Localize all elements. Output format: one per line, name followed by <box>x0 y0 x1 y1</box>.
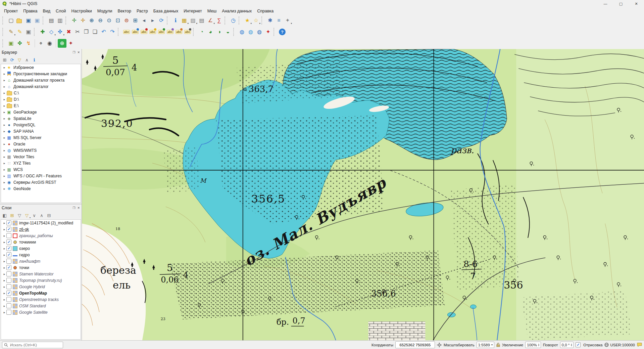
label-move-rotate-button[interactable]: abc <box>166 28 175 36</box>
metasearch-button[interactable]: ◍ <box>238 28 246 36</box>
browser-item-drive-c[interactable]: ▸C:\ <box>1 90 81 96</box>
toolbar-handle[interactable] <box>65 16 69 25</box>
filter-legend-button[interactable]: ▽ <box>16 212 23 219</box>
help-button[interactable]: ? <box>279 29 286 35</box>
toolbar-handle[interactable] <box>239 16 242 25</box>
refresh-map-button[interactable]: ⟳ <box>157 16 166 25</box>
browser-item-drive-d[interactable]: ▸D:\ <box>1 96 81 102</box>
expand-arrow-icon[interactable]: ▸ <box>2 241 6 244</box>
diagram-options-button[interactable]: ◔ <box>197 28 206 36</box>
browser-item-wms[interactable]: ▸◍WMS/WMTS <box>1 147 81 154</box>
search-input[interactable] <box>9 343 61 347</box>
zoom-in-button[interactable]: ⊕ <box>87 16 96 25</box>
toolbar-handle[interactable] <box>167 16 170 25</box>
panel-close-button[interactable]: ✕ <box>77 51 80 54</box>
expand-arrow-icon[interactable]: ▸ <box>2 285 6 289</box>
expand-arrow-icon[interactable]: ▸ <box>2 272 6 276</box>
browser-add-layer-button[interactable]: ⊞ <box>1 56 8 63</box>
expand-arrow-icon[interactable]: ▸ <box>2 123 6 127</box>
layer-ozero[interactable]: ▸✓озеро <box>1 245 81 252</box>
panel-float-button[interactable]: ❐ <box>72 206 75 210</box>
browser-item-spatialite[interactable]: ▸◈SpatiaLite <box>1 115 81 122</box>
expand-arrow-icon[interactable]: ▸ <box>2 117 6 120</box>
menu-item-10[interactable]: Меш <box>205 8 219 14</box>
toolbar-handle[interactable] <box>2 28 6 36</box>
filter-by-expression-button[interactable]: ▽▾ <box>23 212 30 219</box>
pan-map-button[interactable]: ✛ <box>70 16 79 25</box>
layer-labeling-button[interactable]: abc <box>122 28 131 36</box>
add-group-button[interactable]: ⊞ <box>9 212 15 219</box>
expand-arrow-icon[interactable]: ▸ <box>2 130 6 133</box>
poi-exporter-button[interactable]: ✦ <box>66 39 75 48</box>
menu-item-8[interactable]: База данных <box>151 8 181 14</box>
toolbar-handle[interactable] <box>34 28 37 36</box>
expand-arrow-icon[interactable]: ▸ <box>2 279 6 282</box>
expand-arrow-icon[interactable]: ▸ <box>2 292 6 295</box>
zoom-full-button[interactable]: ⊡ <box>113 16 122 25</box>
expand-arrow-icon[interactable]: ▸ <box>2 98 6 101</box>
redo-button[interactable]: ↷ <box>108 28 117 36</box>
rotation-spinbox[interactable]: 0,0 ° ▴▾ <box>560 342 574 348</box>
new-print-layout-button[interactable]: ▤ <box>47 16 56 25</box>
layer-stamen-watercolor[interactable]: ▸Stamen Watercolor <box>1 271 81 277</box>
browser-item-postgresql[interactable]: ▸●PostgreSQL <box>1 122 81 128</box>
expand-arrow-icon[interactable]: ▸ <box>2 174 6 178</box>
layer-checkbox[interactable] <box>6 297 11 302</box>
toolbar-handle[interactable] <box>2 39 6 47</box>
expand-arrow-icon[interactable]: ▸ <box>2 79 6 82</box>
label-pin-unpin-button[interactable]: abc <box>148 28 157 36</box>
spinner-icons[interactable]: ▴▾ <box>538 343 539 347</box>
layer-checkbox[interactable] <box>6 259 11 264</box>
browser-item-geonode[interactable]: ▸❋GeoNode <box>1 185 81 192</box>
new-project-button[interactable]: ▢ <box>7 16 15 25</box>
browser-collapse-all-button[interactable]: ∧ <box>23 56 30 63</box>
layer-checkbox[interactable] <box>6 233 11 238</box>
browser-refresh-button[interactable]: ⟳ <box>9 56 15 63</box>
identify-features-button[interactable]: ℹ <box>171 16 180 25</box>
expand-arrow-icon[interactable]: ▸ <box>2 181 6 184</box>
panel-close-button[interactable]: ✕ <box>77 206 80 210</box>
layer-topomap[interactable]: ▸Topomap (marshruty.ru) <box>1 277 81 283</box>
vertex-tool-button[interactable]: ◇▾ <box>47 28 56 36</box>
messages-icon[interactable] <box>637 343 642 347</box>
expand-arrow-icon[interactable]: ▸ <box>2 228 6 231</box>
zoom-to-layer-button[interactable]: ⊞ <box>131 16 140 25</box>
expand-arrow-icon[interactable]: ▸ <box>2 136 6 139</box>
expand-arrow-icon[interactable]: ▸ <box>2 187 6 190</box>
browser-item-wfs[interactable]: ▸▥WFS / OGC API - Features <box>1 173 81 179</box>
menu-item-1[interactable]: Правка <box>20 8 40 14</box>
label-show-hide-button[interactable]: abc <box>157 28 166 36</box>
browser-item-home[interactable]: ▸⌂Домашний каталог <box>1 83 81 90</box>
toolbar-handle[interactable] <box>274 28 277 36</box>
toolbar-handle[interactable] <box>261 16 265 25</box>
plugin-dark-tool-button[interactable]: ◉ <box>45 39 54 48</box>
browser-properties-button[interactable]: ℹ <box>31 56 38 63</box>
expand-arrow-icon[interactable]: ▸ <box>2 85 6 88</box>
pan-to-selection-button[interactable]: ✛ <box>79 16 87 25</box>
menu-item-12[interactable]: Справка <box>254 8 276 14</box>
toolbar-handle[interactable] <box>43 16 46 25</box>
layer-checkbox[interactable] <box>6 284 11 289</box>
menu-item-2[interactable]: Вид <box>40 8 53 14</box>
extents-toggle-icon[interactable] <box>437 343 442 347</box>
plugin-leaves-button[interactable]: ✤ <box>15 39 24 48</box>
zoom-to-selection-button[interactable]: ⊚ <box>122 16 131 25</box>
toolbar-handle[interactable] <box>233 28 237 36</box>
zoom-native-button[interactable]: ⊙ <box>105 16 113 25</box>
remove-layer-button[interactable]: ⊟ <box>46 212 52 219</box>
expand-arrow-icon[interactable]: ▸ <box>2 298 6 301</box>
label-rotate-button[interactable]: abc <box>175 28 183 36</box>
close-button[interactable]: ✕ <box>629 0 644 7</box>
panel-float-button[interactable]: ❐ <box>72 51 75 54</box>
plugin-package-button[interactable]: ▣ <box>7 39 15 48</box>
measure-button[interactable]: ∠▾ <box>206 16 215 25</box>
layer-tochkiiii[interactable]: ▸✓точкииии <box>1 239 81 245</box>
plugin-binoculars-button[interactable]: ⌖ <box>37 39 45 48</box>
browser-item-mssql[interactable]: ▸▦MS SQL Server <box>1 134 81 141</box>
browser-item-sap-hana[interactable]: ▸◆SAP HANA <box>1 128 81 134</box>
add-feature-button[interactable]: ✚ <box>38 28 47 36</box>
layer-checkbox[interactable]: ✓ <box>6 239 11 245</box>
layer-landshaft[interactable]: ▸ландшафт <box>1 258 81 264</box>
layer-osm-standard[interactable]: ▸OSM Standard <box>1 303 81 309</box>
layer-checkbox[interactable]: ✓ <box>6 265 11 270</box>
